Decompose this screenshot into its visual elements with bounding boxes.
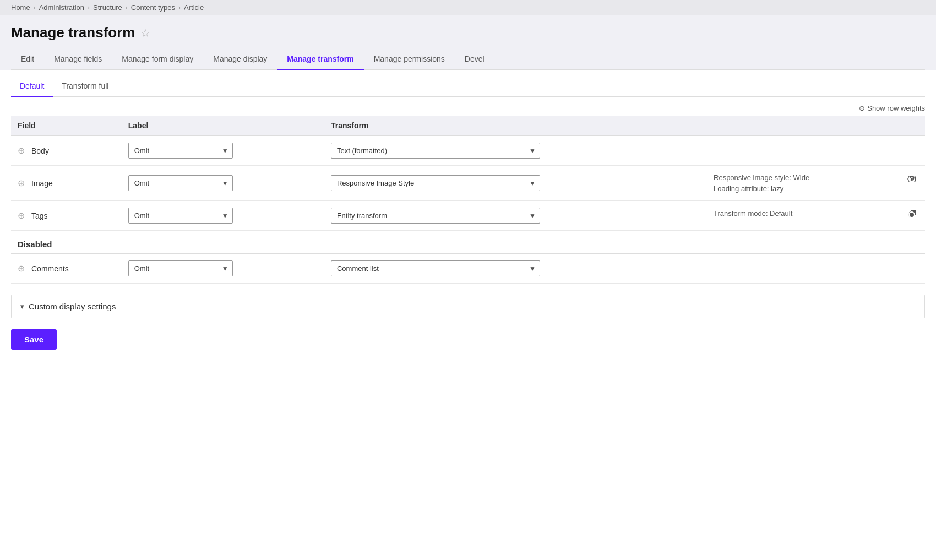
disabled-section-header: Disabled	[11, 231, 925, 254]
label-select-tags[interactable]: Omit Above Inline Hidden Visually hidden	[128, 208, 233, 224]
breadcrumb-content-types[interactable]: Content types	[131, 3, 175, 12]
transform-select-wrapper-body: Text (formatted) Text (formatted, long) …	[331, 143, 540, 159]
field-cell-image: ⊕ Image	[11, 166, 122, 201]
transform-select-wrapper-tags: Entity transform Label Default Reference…	[331, 208, 540, 224]
settings-gear-button-image[interactable]	[905, 172, 918, 188]
label-cell-tags: Omit Above Inline Hidden Visually hidden…	[122, 201, 324, 231]
primary-tabs: Edit Manage fields Manage form display M…	[11, 49, 925, 70]
label-select-wrapper-body: Omit Above Inline Hidden Visually hidden…	[128, 143, 233, 159]
label-select-wrapper-comments: Omit Above Inline Hidden Visually hidden…	[128, 260, 233, 276]
field-cell-body: ⊕ Body	[11, 136, 122, 166]
label-select-body[interactable]: Omit Above Inline Hidden Visually hidden	[128, 143, 233, 159]
table-row: ⊕ Body Omit Above Inline Hidden Visually…	[11, 136, 925, 166]
field-cell-comments: ⊕ Comments	[11, 254, 122, 284]
settings-cell-tags: Transform mode: Default	[707, 201, 925, 231]
drag-handle-body[interactable]: ⊕	[18, 145, 25, 156]
show-row-weights-label: Show row weights	[867, 104, 925, 112]
table-header-row: Field Label Transform	[11, 116, 925, 136]
tab-manage-fields[interactable]: Manage fields	[44, 49, 112, 70]
transform-cell-comments: Comment list Default Plain text ▼	[324, 254, 707, 284]
secondary-tabs: Default Transform full	[11, 76, 925, 97]
settings-text-tags: Transform mode: Default	[714, 208, 792, 219]
breadcrumb-home[interactable]: Home	[11, 3, 30, 12]
field-label-comments: Comments	[31, 264, 69, 273]
eye-icon: ⊙	[859, 104, 865, 112]
table-row: ⊕ Comments Omit Above Inline Hidden Visu…	[11, 254, 925, 284]
fields-table: Field Label Transform ⊕ Body	[11, 116, 925, 284]
tab-manage-transform[interactable]: Manage transform	[277, 49, 363, 70]
custom-display-section[interactable]: ▾ Custom display settings	[11, 295, 925, 318]
tab-manage-form-display[interactable]: Manage form display	[112, 49, 203, 70]
table-row: ⊕ Tags Omit Above Inline Hidden Visually…	[11, 201, 925, 231]
settings-text-image: Responsive image style: WideLoading attr…	[714, 172, 809, 194]
gear-icon-image	[907, 175, 916, 183]
tab-manage-display[interactable]: Manage display	[203, 49, 277, 70]
top-bar: Home › Administration › Structure › Cont…	[0, 0, 936, 15]
breadcrumb-administration[interactable]: Administration	[39, 3, 84, 12]
transform-select-tags[interactable]: Entity transform Label Default Reference…	[331, 208, 540, 224]
settings-gear-button-tags[interactable]	[905, 208, 918, 224]
transform-select-wrapper-comments: Comment list Default Plain text ▼	[331, 260, 540, 276]
tab-devel[interactable]: Devel	[455, 49, 494, 70]
settings-cell-image: Responsive image style: WideLoading attr…	[707, 166, 925, 201]
tab-transform-full[interactable]: Transform full	[53, 76, 117, 97]
tab-edit[interactable]: Edit	[11, 49, 44, 70]
tab-manage-permissions[interactable]: Manage permissions	[364, 49, 455, 70]
label-cell-comments: Omit Above Inline Hidden Visually hidden…	[122, 254, 324, 284]
label-select-wrapper-tags: Omit Above Inline Hidden Visually hidden…	[128, 208, 233, 224]
page-title: Manage transform	[11, 24, 135, 41]
page-header: Manage transform ☆ Edit Manage fields Ma…	[0, 15, 936, 70]
favorite-star-icon[interactable]: ☆	[140, 26, 150, 40]
settings-cell-body	[707, 136, 925, 166]
chevron-down-icon: ▾	[20, 302, 24, 311]
transform-select-wrapper-image: Responsive Image Style Image URL to imag…	[331, 175, 540, 191]
save-button[interactable]: Save	[11, 329, 57, 350]
drag-handle-image[interactable]: ⊕	[18, 178, 25, 188]
drag-handle-tags[interactable]: ⊕	[18, 210, 25, 221]
gear-icon-tags	[907, 210, 916, 219]
disabled-label: Disabled	[11, 231, 925, 254]
label-select-image[interactable]: Omit Above Inline Hidden Visually hidden	[128, 175, 233, 191]
breadcrumb-sep-1: ›	[34, 4, 36, 12]
breadcrumb-sep-4: ›	[178, 4, 181, 12]
transform-select-comments[interactable]: Comment list Default Plain text	[331, 260, 540, 276]
col-header-field: Field	[11, 116, 122, 136]
settings-cell-comments	[707, 254, 925, 284]
col-header-label: Label	[122, 116, 324, 136]
content-area: Default Transform full ⊙ Show row weight…	[0, 76, 936, 372]
label-cell-body: Omit Above Inline Hidden Visually hidden…	[122, 136, 324, 166]
tab-default[interactable]: Default	[11, 76, 53, 97]
custom-display-header[interactable]: ▾ Custom display settings	[12, 295, 924, 318]
field-label-image: Image	[31, 179, 53, 188]
breadcrumb-sep-3: ›	[126, 4, 128, 12]
show-row-weights-button[interactable]: ⊙ Show row weights	[859, 104, 925, 112]
transform-cell-body: Text (formatted) Text (formatted, long) …	[324, 136, 707, 166]
transform-cell-tags: Entity transform Label Default Reference…	[324, 201, 707, 231]
field-label-body: Body	[31, 146, 49, 155]
field-cell-tags: ⊕ Tags	[11, 201, 122, 231]
col-header-transform: Transform	[324, 116, 925, 136]
custom-display-label: Custom display settings	[29, 302, 116, 311]
transform-cell-image: Responsive Image Style Image URL to imag…	[324, 166, 707, 201]
breadcrumb-sep-2: ›	[88, 4, 90, 12]
row-weights-bar: ⊙ Show row weights	[11, 97, 925, 116]
label-select-comments[interactable]: Omit Above Inline Hidden Visually hidden	[128, 260, 233, 276]
transform-select-image[interactable]: Responsive Image Style Image URL to imag…	[331, 175, 540, 191]
label-cell-image: Omit Above Inline Hidden Visually hidden…	[122, 166, 324, 201]
transform-select-body[interactable]: Text (formatted) Text (formatted, long) …	[331, 143, 540, 159]
breadcrumb-article[interactable]: Article	[184, 3, 204, 12]
breadcrumb-structure[interactable]: Structure	[93, 3, 122, 12]
table-row: ⊕ Image Omit Above Inline Hidden Visuall…	[11, 166, 925, 201]
field-label-tags: Tags	[31, 211, 48, 220]
breadcrumb: Home › Administration › Structure › Cont…	[11, 3, 925, 12]
label-select-wrapper-image: Omit Above Inline Hidden Visually hidden…	[128, 175, 233, 191]
drag-handle-comments[interactable]: ⊕	[18, 263, 25, 274]
